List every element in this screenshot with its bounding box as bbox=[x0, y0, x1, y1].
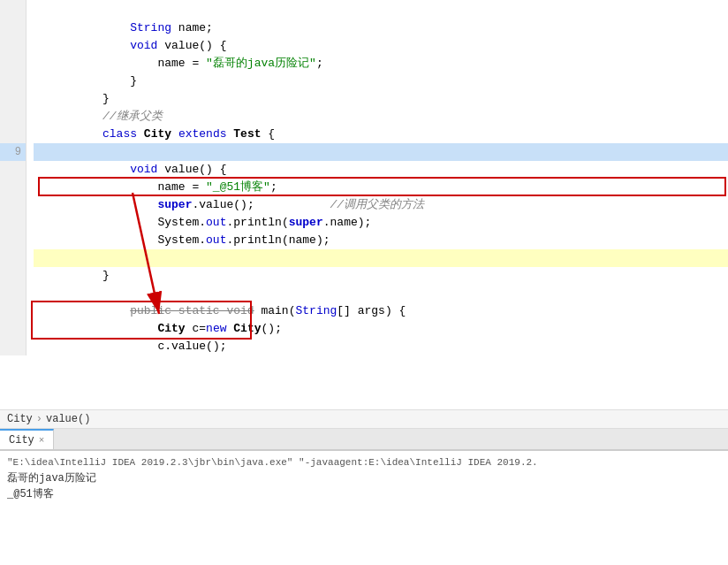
ln-9: 9 bbox=[0, 143, 26, 161]
ln-1 bbox=[0, 2, 26, 19]
ln-8 bbox=[0, 126, 26, 143]
ln-17 bbox=[0, 285, 26, 302]
ln-10 bbox=[0, 161, 26, 179]
code-line-9: void value() { bbox=[34, 143, 728, 161]
ln-19 bbox=[0, 320, 26, 338]
ln-16 bbox=[0, 267, 26, 285]
code-lines[interactable]: String name; void value() { name = "磊哥的j… bbox=[27, 0, 728, 355]
tab-city-label: City bbox=[9, 434, 34, 447]
ln-13 bbox=[0, 214, 26, 232]
ln-11 bbox=[0, 179, 26, 196]
ln-18 bbox=[0, 302, 26, 320]
ln-4 bbox=[0, 55, 26, 73]
code-wrapper: 9 String name; bbox=[0, 0, 728, 409]
ln-12 bbox=[0, 196, 26, 214]
code-line-3: name = "磊哥的java历险记"; bbox=[34, 37, 728, 55]
terminal-command: "E:\idea\IntelliJ IDEA 2019.2.3\jbr\bin\… bbox=[7, 454, 721, 470]
breadcrumb-method: value() bbox=[46, 413, 90, 425]
code-line-11: super.value(); //调用父类的方法 bbox=[34, 179, 728, 196]
ln-20 bbox=[0, 338, 26, 355]
code-line-12: System.out.println(super.name); bbox=[34, 196, 728, 214]
terminal-content: "E:\idea\IntelliJ IDEA 2019.2.3\jbr\bin\… bbox=[0, 451, 728, 565]
code-line-10: name = "_@51博客"; bbox=[34, 161, 728, 179]
code-line-5: } bbox=[34, 73, 728, 90]
line-numbers: 9 bbox=[0, 0, 27, 355]
ln-2 bbox=[0, 19, 26, 37]
code-line-2: void value() { bbox=[34, 19, 728, 37]
code-line-17: public static void main(String[] args) { bbox=[34, 285, 728, 302]
terminal-area: "E:\idea\IntelliJ IDEA 2019.2.3\jbr\bin\… bbox=[0, 450, 728, 565]
ln-5 bbox=[0, 73, 26, 90]
code-line-13: System.out.println(name); bbox=[34, 214, 728, 232]
ln-15 bbox=[0, 249, 26, 267]
ln-6 bbox=[0, 90, 26, 108]
tab-city-close[interactable]: × bbox=[39, 435, 45, 446]
code-line-8: String name; bbox=[34, 126, 728, 143]
code-line-19: c.value(); bbox=[34, 320, 728, 338]
ln-7 bbox=[0, 108, 26, 126]
code-line-7: class City extends Test { bbox=[34, 108, 728, 126]
code-line-4: } bbox=[34, 55, 728, 73]
ln-14 bbox=[0, 232, 26, 249]
code-line-18: City c=new City(); bbox=[34, 302, 728, 320]
terminal-output-2: _@51博客 bbox=[7, 486, 721, 502]
code-line-15: } bbox=[34, 249, 728, 267]
breadcrumb-class: City bbox=[7, 413, 33, 425]
code-line-6: //继承父类 bbox=[34, 90, 728, 108]
code-line-14 bbox=[34, 232, 728, 249]
terminal-output-1: 磊哥的java历险记 bbox=[7, 470, 721, 486]
ln-3 bbox=[0, 37, 26, 55]
code-line-16 bbox=[34, 267, 728, 285]
editor-area: 9 String name; bbox=[0, 0, 728, 409]
code-line-1: String name; bbox=[34, 2, 728, 19]
tab-city[interactable]: City × bbox=[0, 429, 54, 449]
code-container: 9 String name; bbox=[0, 0, 728, 355]
tab-bar: City × bbox=[0, 429, 728, 450]
breadcrumb-separator: › bbox=[36, 413, 42, 425]
code-line-20 bbox=[34, 338, 728, 355]
breadcrumb-bar: City › value() bbox=[0, 409, 728, 429]
